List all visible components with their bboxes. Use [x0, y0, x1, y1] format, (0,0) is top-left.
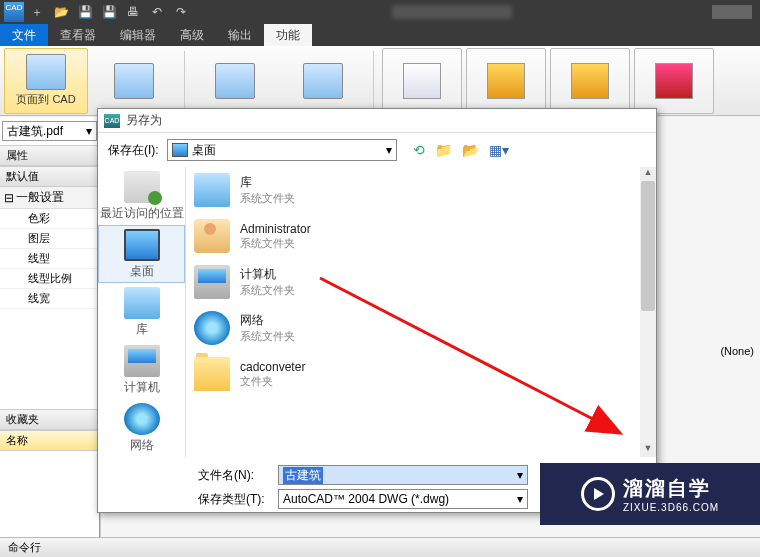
panel-head-name[interactable]: 名称	[0, 430, 99, 451]
view-mode-button[interactable]: ▦▾	[489, 142, 509, 158]
scroll-down-icon[interactable]: ▼	[640, 443, 656, 457]
status-bar: 命令行	[0, 537, 760, 557]
computer-icon	[124, 345, 160, 377]
menu-output[interactable]: 输出	[216, 24, 264, 46]
filetype-combo[interactable]: AutoCAD™ 2004 DWG (*.dwg) ▾	[278, 489, 528, 509]
place-network-label: 网络	[130, 437, 154, 454]
tree-item-lineweight[interactable]: 线宽	[0, 289, 99, 309]
ribbon-button-8[interactable]	[634, 48, 714, 114]
ribbon-toolbar: 页面到 CAD	[0, 46, 760, 116]
place-recent[interactable]: 最近访问的位置	[98, 167, 185, 225]
dialog-title-bar: CAD 另存为	[98, 109, 656, 133]
page-to-cad-label: 页面到 CAD	[16, 92, 75, 107]
file-item-computer[interactable]: 计算机 系统文件夹	[186, 259, 656, 305]
title-bar: CAD ＋ 📂 💾 💾 🖶 ↶ ↷	[0, 0, 760, 24]
watermark-text-small: ZIXUE.3D66.COM	[623, 502, 719, 513]
current-file-label: 古建筑.pdf	[7, 123, 63, 140]
save-in-combo[interactable]: 桌面 ▾	[167, 139, 397, 161]
command-line-label: 命令行	[0, 540, 49, 555]
ribbon-button-2[interactable]	[92, 48, 176, 114]
file-name-label: Administrator	[240, 222, 311, 236]
ribbon-button-7[interactable]	[550, 48, 630, 114]
file-sub-label: 系统文件夹	[240, 283, 295, 298]
place-network[interactable]: 网络	[98, 399, 185, 457]
ribbon-button-3[interactable]	[193, 48, 277, 114]
place-computer-label: 计算机	[124, 379, 160, 396]
file-item-cadconverter[interactable]: cadconveter 文件夹	[186, 351, 656, 397]
file-sub-label: 系统文件夹	[240, 329, 295, 344]
menu-file[interactable]: 文件	[0, 24, 48, 46]
save-all-button[interactable]: 💾	[98, 1, 120, 23]
ribbon-button-6[interactable]	[466, 48, 546, 114]
up-folder-button[interactable]: 📁	[435, 142, 452, 158]
save-in-value: 桌面	[192, 142, 216, 159]
file-sub-label: 系统文件夹	[240, 236, 311, 251]
tree-category-general[interactable]: ⊟ 一般设置	[0, 187, 99, 209]
file-item-administrator[interactable]: Administrator 系统文件夹	[186, 213, 656, 259]
play-circle-icon	[581, 477, 615, 511]
ribbon-icon-6	[487, 63, 525, 99]
library-icon	[124, 287, 160, 319]
panel-head-favorites[interactable]: 收藏夹	[0, 409, 99, 430]
back-button[interactable]: ⟲	[413, 142, 425, 158]
ribbon-icon-3	[215, 63, 255, 99]
scrollbar[interactable]: ▲ ▼	[640, 167, 656, 457]
filename-input[interactable]: 古建筑 ▾	[278, 465, 528, 485]
redo-button[interactable]: ↷	[170, 1, 192, 23]
filename-label: 文件名(N):	[198, 467, 268, 484]
place-library-label: 库	[136, 321, 148, 338]
menu-editor[interactable]: 编辑器	[108, 24, 168, 46]
save-button[interactable]: 💾	[74, 1, 96, 23]
ribbon-button-4[interactable]	[281, 48, 365, 114]
panel-head-defaults[interactable]: 默认值	[0, 166, 99, 187]
file-name-label: cadconveter	[240, 360, 305, 374]
page-to-cad-icon	[26, 54, 66, 90]
place-recent-label: 最近访问的位置	[100, 205, 184, 222]
desktop-icon	[172, 143, 188, 157]
new-folder-button[interactable]: 📂	[462, 142, 479, 158]
menu-functions[interactable]: 功能	[264, 24, 312, 46]
print-button[interactable]: 🖶	[122, 1, 144, 23]
save-as-dialog: CAD 另存为 保存在(I): 桌面 ▾ ⟲ 📁 📂 ▦▾ 最近访问的位置 桌面	[97, 108, 657, 513]
menu-viewer[interactable]: 查看器	[48, 24, 108, 46]
scroll-thumb[interactable]	[641, 181, 655, 311]
tree-item-ltscale[interactable]: 线型比例	[0, 269, 99, 289]
file-item-library[interactable]: 库 系统文件夹	[186, 167, 656, 213]
new-button[interactable]: ＋	[26, 1, 48, 23]
file-sub-label: 文件夹	[240, 374, 305, 389]
menu-advanced[interactable]: 高级	[168, 24, 216, 46]
place-desktop-label: 桌面	[130, 263, 154, 280]
tree-item-layer[interactable]: 图层	[0, 229, 99, 249]
obscured-title	[392, 5, 512, 19]
file-list[interactable]: 库 系统文件夹 Administrator 系统文件夹 计算机 系统文件夹	[186, 167, 656, 457]
scroll-up-icon[interactable]: ▲	[640, 167, 656, 181]
watermark-logo: 溜溜自学 ZIXUE.3D66.COM	[540, 463, 760, 525]
ribbon-icon-5	[403, 63, 441, 99]
app-logo-icon: CAD	[4, 2, 24, 22]
ribbon-icon-4	[303, 63, 343, 99]
place-computer[interactable]: 计算机	[98, 341, 185, 399]
dialog-cad-icon: CAD	[104, 114, 120, 128]
ribbon-icon-8	[655, 63, 693, 99]
file-item-network[interactable]: 网络 系统文件夹	[186, 305, 656, 351]
open-button[interactable]: 📂	[50, 1, 72, 23]
place-library[interactable]: 库	[98, 283, 185, 341]
network-icon	[124, 403, 160, 435]
tree-item-color[interactable]: 色彩	[0, 209, 99, 229]
ribbon-button-5[interactable]	[382, 48, 462, 114]
file-sub-label: 系统文件夹	[240, 191, 295, 206]
dialog-body: 最近访问的位置 桌面 库 计算机 网络 库	[98, 167, 656, 457]
tree-item-linetype[interactable]: 线型	[0, 249, 99, 269]
file-name-label: 计算机	[240, 266, 295, 283]
undo-button[interactable]: ↶	[146, 1, 168, 23]
filetype-label: 保存类型(T):	[198, 491, 268, 508]
current-file-dropdown[interactable]: 古建筑.pdf ▾	[2, 121, 97, 141]
place-desktop[interactable]: 桌面	[98, 225, 185, 283]
left-panel: 古建筑.pdf ▾ 属性 默认值 ⊟ 一般设置 色彩 图层 线型 线型比例 线宽…	[0, 117, 100, 537]
library-icon	[194, 173, 230, 207]
panel-head-attributes[interactable]: 属性	[0, 145, 99, 166]
dialog-top-row: 保存在(I): 桌面 ▾ ⟲ 📁 📂 ▦▾	[98, 133, 656, 167]
menu-bar: 文件 查看器 编辑器 高级 输出 功能	[0, 24, 760, 46]
places-bar: 最近访问的位置 桌面 库 计算机 网络	[98, 167, 186, 457]
page-to-cad-button[interactable]: 页面到 CAD	[4, 48, 88, 114]
